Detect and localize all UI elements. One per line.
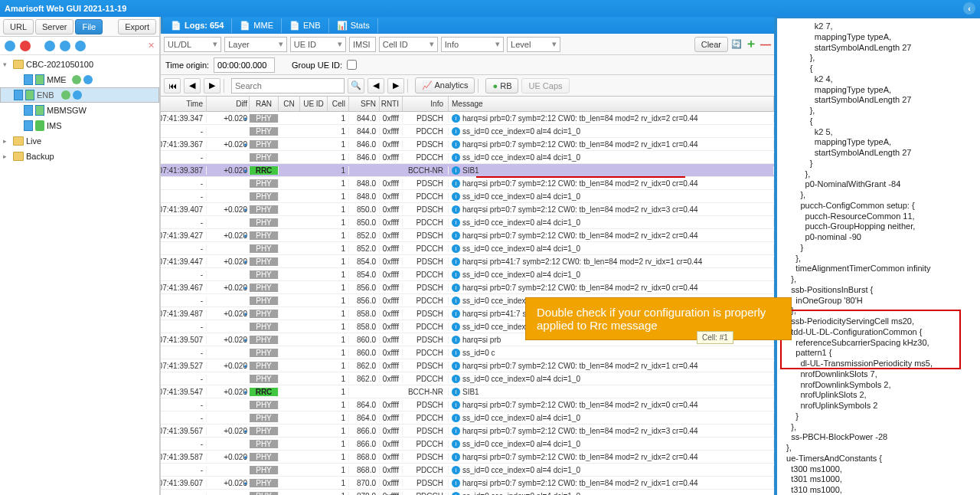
remove-icon[interactable]: — — [760, 38, 771, 51]
table-row[interactable]: -⬥PHY1852.00xffffPDCCHiss_id=0 cce_index… — [161, 242, 774, 255]
table-row[interactable]: 07:41:39.467+0.020⬥PHY1856.00xffffPDSCHi… — [161, 281, 774, 294]
file-button[interactable]: File — [75, 19, 103, 34]
table-row[interactable]: -⬥PHY1866.00xffffPDCCHiss_id=0 cce_index… — [161, 438, 774, 451]
table-row[interactable]: 07:41:39.387+0.020⬥RRC1BCCH-NRiSIB1 — [161, 164, 774, 177]
table-row[interactable]: -⬥PHY1846.00xffffPDCCHiss_id=0 cce_index… — [161, 151, 774, 164]
tree-backup[interactable]: ▸Backup — [0, 149, 159, 164]
refresh-icon[interactable]: 🔄 — [731, 39, 742, 49]
tree-enb[interactable]: ENB — [0, 87, 159, 103]
phone-icon — [35, 120, 44, 131]
search-input[interactable] — [231, 78, 345, 93]
table-row[interactable]: 07:41:39.407+0.020⬥PHY1850.00xffffPDSCHi… — [161, 203, 774, 216]
play-icon[interactable] — [44, 41, 55, 51]
table-row[interactable]: -⬥PHY1844.00xffffPDCCHiss_id=0 cce_index… — [161, 125, 774, 138]
export-button[interactable]: Export — [118, 19, 156, 34]
filter-uldl[interactable]: UL/DL▾ — [164, 37, 221, 52]
filter-level[interactable]: Level▾ — [507, 37, 560, 52]
table-row[interactable]: -⬥PHY1860.00xffffPDCCHiss_id=0 c — [161, 346, 774, 359]
binoculars-icon[interactable]: 🔍 — [348, 78, 364, 93]
table-row[interactable]: -⬥PHY1850.00xffffPDCCHiss_id=0 cce_index… — [161, 216, 774, 229]
timeorigin-label: Time origin: — [165, 61, 209, 70]
doc-icon — [24, 105, 33, 116]
filter-layer[interactable]: Layer▾ — [224, 37, 287, 52]
th-time[interactable]: Time — [161, 97, 207, 111]
th-sfn[interactable]: SFN — [349, 97, 380, 111]
top-tabs: 📄Logs: 654 📄MME 📄ENB 📊Stats — [161, 17, 774, 34]
tab-logs[interactable]: 📄Logs: 654 — [163, 18, 232, 33]
th-rnti[interactable]: RNTI — [380, 97, 403, 111]
tree-root[interactable]: ▾CBC-2021050100 — [0, 57, 159, 72]
table-row[interactable]: 07:41:39.567+0.020⬥PHY1866.00xffffPDSCHi… — [161, 425, 774, 438]
table-row[interactable]: -⬥PHY1854.00xffffPDCCHiss_id=0 cce_index… — [161, 268, 774, 281]
filter-ueid[interactable]: UE ID▾ — [290, 37, 346, 52]
cell-tooltip: Cell: #1 — [697, 331, 733, 344]
url-button[interactable]: URL — [3, 19, 34, 34]
table-row[interactable]: -⬥PHY1870.00xffffPDCCHiss_id=0 cce_index… — [161, 490, 774, 495]
th-info[interactable]: Info — [403, 97, 449, 111]
tree-mbmsgw[interactable]: MBMSGW — [0, 103, 159, 118]
filter-cellid[interactable]: Cell ID▾ — [379, 37, 438, 52]
table-row[interactable]: -⬥PHY1848.00xffffPDCCHiss_id=0 cce_index… — [161, 190, 774, 203]
table-row[interactable]: -⬥PHY1864.00xffffPDCCHiss_id=0 cce_index… — [161, 411, 774, 425]
table-row[interactable]: -⬥PHY1862.00xffffPDCCHiss_id=0 cce_index… — [161, 372, 774, 385]
prev-icon[interactable]: ◀ — [184, 78, 201, 93]
table-header: Time Diff RAN CN UE ID Cell SFN RNTI Inf… — [161, 97, 774, 112]
table-row[interactable]: 07:41:39.447+0.020⬥PHY1854.00xffffPDSCHi… — [161, 255, 774, 268]
rb-button[interactable]: ● RB — [485, 78, 518, 93]
tree-mme[interactable]: MME — [0, 72, 159, 87]
server-button[interactable]: Server — [35, 19, 74, 34]
th-ueid[interactable]: UE ID — [300, 97, 328, 111]
table-row[interactable]: -⬥PHY1868.00xffffPDCCHiss_id=0 cce_index… — [161, 464, 774, 477]
doc-icon — [35, 105, 44, 116]
th-ran[interactable]: RAN — [250, 97, 279, 111]
table-row[interactable]: 07:41:39.367+0.020⬥PHY1846.00xffffPDSCHi… — [161, 138, 774, 151]
tab-stats[interactable]: 📊Stats — [329, 18, 378, 33]
close-icon[interactable]: ✕ — [148, 41, 155, 51]
table-row[interactable]: 07:41:39.607+0.020⬥PHY1870.00xffffPDSCHi… — [161, 477, 774, 490]
th-cn[interactable]: CN — [279, 97, 300, 111]
table-row[interactable]: 07:41:39.347+0.020⬥PHY1844.00xffffPDSCHi… — [161, 112, 774, 125]
tab-mme[interactable]: 📄MME — [232, 18, 282, 33]
table-row[interactable]: 07:41:39.587+0.020⬥PHY1868.00xffffPDSCHi… — [161, 451, 774, 464]
th-diff[interactable]: Diff — [207, 97, 250, 111]
table-row[interactable]: -⬥PHY1864.00xffffPDSCHiharq=si prb=0:7 s… — [161, 398, 774, 411]
chart-icon: 📊 — [337, 21, 348, 31]
analytics-button[interactable]: 📈 Analytics — [415, 77, 475, 93]
tree-ims[interactable]: IMS — [0, 118, 159, 133]
add-icon[interactable] — [5, 41, 15, 51]
detail-panel[interactable]: k2 7, mappingType typeA, startSymbolAndL… — [777, 17, 980, 495]
remove-icon[interactable] — [20, 41, 31, 51]
edit-icon[interactable] — [72, 75, 81, 84]
folder-icon — [13, 136, 24, 146]
next-result-icon[interactable]: ▶ — [387, 78, 404, 93]
logs-icon: 📄 — [171, 21, 181, 31]
app-title: Amarisoft Web GUI 2021-11-19 — [5, 4, 126, 13]
table-row[interactable]: 07:41:39.427+0.020⬥PHY1852.00xffffPDSCHi… — [161, 229, 774, 242]
filter-info[interactable]: Info▾ — [441, 37, 504, 52]
clear-button[interactable]: Clear — [694, 37, 728, 52]
filter-imsi[interactable]: IMSI — [349, 37, 376, 52]
highlight-box — [780, 310, 961, 369]
reload-icon[interactable] — [75, 41, 86, 51]
th-msg[interactable]: Message — [449, 97, 774, 111]
timeorigin-input[interactable]: 00:00:00.000 — [214, 57, 275, 73]
table-row[interactable]: -⬥PHY1848.00xffffPDSCHiharq=si prb=0:7 s… — [161, 177, 774, 190]
table-row[interactable]: 07:41:39.527+0.020⬥PHY1862.00xffffPDSCHi… — [161, 359, 774, 372]
tab-enb[interactable]: 📄ENB — [282, 18, 329, 33]
detail-text: k2 7, mappingType typeA, startSymbolAndL… — [782, 21, 933, 495]
prev-result-icon[interactable]: ◀ — [368, 78, 384, 93]
th-cell[interactable]: Cell — [328, 97, 349, 111]
folder-icon — [13, 60, 24, 69]
collapse-left-icon[interactable]: ‹ — [963, 2, 975, 15]
tree-live[interactable]: ▸Live — [0, 133, 159, 149]
groupueid-checkbox[interactable] — [347, 60, 357, 70]
edit-icon[interactable] — [61, 90, 70, 100]
uecaps-button[interactable]: UE Caps — [521, 78, 569, 93]
add-icon[interactable]: ＋ — [745, 36, 757, 52]
play-icon[interactable] — [83, 75, 93, 84]
next-icon[interactable]: ▶ — [204, 78, 220, 93]
goto-start-icon[interactable]: ⏮ — [164, 78, 181, 93]
table-row[interactable]: 07:41:39.547+0.020⬥RRC1BCCH-NRiSIB1 — [161, 385, 774, 398]
play-icon[interactable] — [73, 90, 82, 100]
refresh-icon[interactable] — [60, 41, 70, 51]
